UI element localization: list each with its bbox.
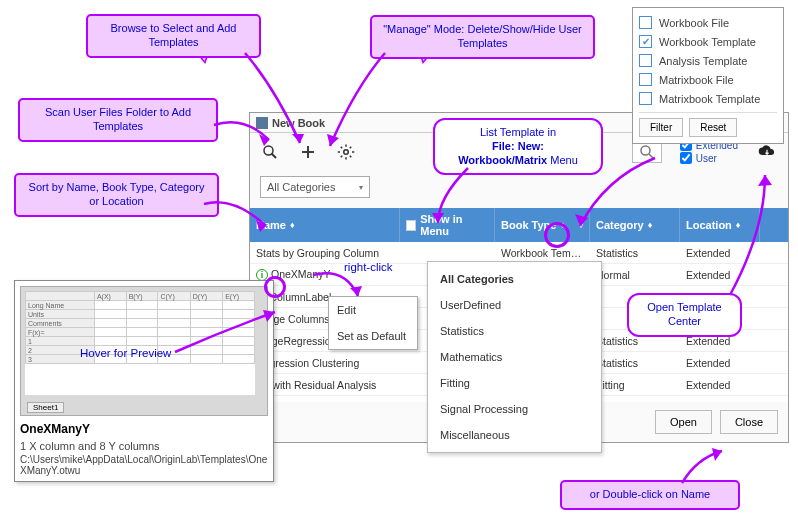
svg-marker-16 (712, 448, 722, 461)
filter-row: All Categories ▾ (250, 170, 788, 208)
cat-item[interactable]: Miscellaneous (428, 422, 601, 448)
svg-point-5 (641, 146, 650, 155)
filter-item[interactable]: Analysis Template (639, 51, 777, 70)
filter-item[interactable]: Matrixbook File (639, 70, 777, 89)
label-hover: Hover for Preview (80, 347, 171, 359)
reset-button[interactable]: Reset (689, 118, 737, 137)
cat-item[interactable]: Mathematics (428, 344, 601, 370)
svg-line-6 (649, 154, 653, 158)
label-right-click: right-click (344, 261, 393, 273)
category-select[interactable]: All Categories ▾ (260, 176, 370, 198)
ring-book-type-filter (544, 222, 570, 248)
svg-marker-7 (292, 134, 304, 143)
table-header: Name♦ Show in Menu Book Type♦▾ Category♦… (250, 208, 788, 242)
open-button[interactable]: Open (655, 410, 712, 434)
preview-name: OneXManyY (20, 422, 268, 436)
close-button[interactable]: Close (720, 410, 778, 434)
callout-sort: Sort by Name, Book Type, Category or Loc… (14, 173, 219, 217)
cat-item[interactable]: Fitting (428, 370, 601, 396)
filter-popup: Workbook File Workbook Template Analysis… (632, 7, 784, 144)
cat-item[interactable]: Signal Processing (428, 396, 601, 422)
cat-item[interactable]: UserDefined (428, 292, 601, 318)
cat-item[interactable]: Statistics (428, 318, 601, 344)
svg-marker-10 (432, 213, 444, 223)
callout-scan: Scan User Files Folder to Add Templates (18, 98, 218, 142)
svg-marker-13 (758, 175, 772, 186)
user-checkbox[interactable]: User (680, 152, 738, 164)
filter-button[interactable]: Filter (639, 118, 683, 137)
ring-info-icon (264, 276, 286, 298)
set-default-item[interactable]: Set as Default (329, 323, 417, 349)
filter-item[interactable]: Workbook Template (639, 32, 777, 51)
filter-item[interactable]: Matrixbook Template (639, 89, 777, 108)
preview-sheet-tab: Sheet1 (27, 402, 64, 413)
cat-item[interactable]: All Categories (428, 266, 601, 292)
preview-path: C:\Users\mike\AppData\Local\OriginLab\Te… (20, 454, 268, 476)
preview-info: 1 X column and 8 Y columns (20, 440, 268, 452)
filter-item[interactable]: Workbook File (639, 13, 777, 32)
category-dropdown: All Categories UserDefined Statistics Ma… (427, 261, 602, 453)
svg-marker-8 (327, 134, 339, 146)
